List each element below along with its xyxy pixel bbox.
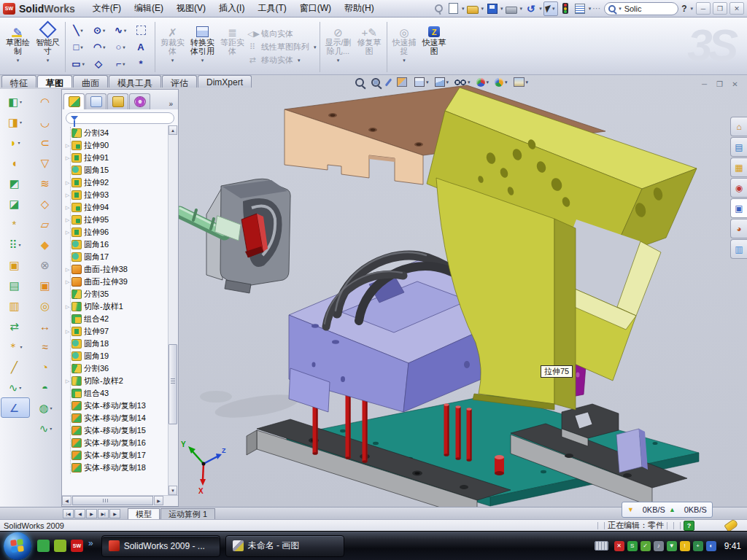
curve[interactable]: ∿▾ (1, 377, 30, 397)
tab-nav-button[interactable]: ▶ (109, 509, 120, 518)
hide-show-items[interactable]: ▾ (454, 79, 471, 85)
menu-item[interactable]: 帮助(H) (338, 0, 381, 17)
section-view[interactable] (397, 77, 409, 87)
expand-arrow-icon[interactable] (63, 155, 71, 161)
tree-item[interactable]: 拉伸90 (63, 139, 168, 152)
zoom-to-area[interactable] (371, 78, 382, 87)
expand-arrow-icon[interactable] (63, 329, 71, 335)
tree-item[interactable]: 分割34 (63, 127, 168, 139)
fillet[interactable]: ◗▾ (1, 132, 30, 152)
search-results[interactable]: ◉ (730, 178, 747, 198)
reference-geometry[interactable]: ╱ (1, 357, 30, 377)
tree-item[interactable]: 实体-移动/复制13 (63, 400, 168, 412)
measure[interactable]: ∠ (1, 397, 30, 418)
expand-arrow-icon[interactable] (63, 180, 71, 186)
menu-item[interactable]: 插入(I) (212, 0, 251, 17)
live-messenger[interactable]: ◐ (706, 541, 716, 551)
tree-item[interactable]: 拉伸93 (63, 189, 168, 201)
tree-item[interactable]: 曲面-拉伸39 (63, 276, 168, 288)
offset-entities-button[interactable]: ≣等距实 体 (217, 20, 247, 74)
tree-item[interactable]: 拉伸97 (63, 325, 168, 338)
scroll-left-button[interactable]: ◀ (62, 496, 71, 505)
antivirus-shield[interactable]: S (627, 541, 638, 551)
solidworks-shortcut[interactable]: SW (71, 540, 83, 552)
appearances-scenes[interactable]: ◕ (730, 219, 747, 238)
expand-arrow-icon[interactable] (63, 192, 71, 198)
start-button[interactable] (4, 532, 31, 560)
expand-arrow-icon[interactable] (63, 230, 71, 236)
trim-entities-button[interactable]: ✗剪裁实 体▾ (158, 20, 187, 74)
help-button[interactable]: ? (679, 4, 689, 14)
tree-item[interactable]: 拉伸96 (63, 226, 168, 238)
polygon[interactable]: ◇ (89, 55, 110, 72)
tree-item[interactable]: 圆角17 (63, 251, 168, 263)
magnified-selection[interactable] (387, 78, 392, 87)
view-settings[interactable]: ▾ (514, 77, 530, 87)
select-box[interactable] (131, 22, 152, 39)
smart-dimension-button[interactable]: 智能尺 寸▾ (33, 20, 63, 74)
surface-offset[interactable]: ≋ (31, 173, 61, 193)
expand-arrow-icon[interactable] (63, 217, 71, 223)
menu-item[interactable]: 工具(T) (251, 0, 293, 17)
property-manager[interactable] (85, 93, 107, 109)
tree-item[interactable]: 实体-移动/复制18 (63, 462, 168, 474)
revolved-cut[interactable]: ◪ (1, 193, 30, 214)
rib[interactable]: ▣ (1, 254, 30, 275)
tree-item[interactable]: 圆角16 (63, 238, 168, 251)
select-tool-button[interactable]: ◤▾ (543, 1, 558, 16)
panel-more-button[interactable]: » (165, 100, 177, 109)
revolved-boss[interactable]: ◨▾ (1, 112, 30, 132)
tree-item[interactable]: 实体-移动/复制16 (63, 437, 168, 449)
tree-item[interactable]: 拉伸92 (63, 176, 168, 189)
tree-item[interactable]: 圆角15 (63, 164, 168, 176)
flex[interactable]: ≈ (31, 336, 61, 357)
tree-item[interactable]: 拉伸94 (63, 201, 168, 214)
rapid-sketch-button[interactable]: Z快速草 图 (419, 20, 449, 74)
volume[interactable]: ♪ (654, 541, 664, 551)
solidworks-resources[interactable]: ⌂ (730, 117, 747, 136)
menu-item[interactable]: 视图(V) (170, 0, 212, 17)
media-player[interactable] (54, 540, 66, 552)
undo-button[interactable]: ↺ (524, 1, 538, 15)
featuremanager-tree[interactable] (63, 93, 85, 109)
configuration-manager[interactable] (107, 93, 128, 109)
command-tab[interactable]: 曲面 (73, 75, 108, 88)
search-box[interactable]: ▾Solic (604, 2, 678, 15)
convert-entities-button[interactable]: 转换实 体引用▾ (187, 20, 217, 74)
tree-item[interactable]: 实体-移动/复制15 (63, 424, 168, 437)
tab-nav-button[interactable]: |◀ (63, 509, 74, 518)
surface-revolve[interactable]: ◡ (31, 112, 61, 132)
delete-face[interactable]: ⊗ (31, 254, 61, 275)
replace-face[interactable]: ▣ (31, 275, 61, 295)
command-tab[interactable]: 特征 (1, 75, 36, 88)
move-entities[interactable]: ⇄移动实体▾ (247, 55, 317, 66)
tree-item[interactable]: 分割36 (63, 362, 168, 375)
doc-restore-button[interactable]: ❐ (713, 79, 726, 89)
custom-properties[interactable]: ▥ (730, 239, 747, 259)
tree-item[interactable]: 切除-放样2 (63, 375, 168, 387)
insert-part[interactable]: ＊▾ (1, 336, 30, 357)
tree-item[interactable]: 圆角18 (63, 338, 168, 350)
ellipse[interactable]: ○▾ (110, 39, 131, 55)
alert[interactable]: ! (680, 541, 690, 551)
intersect[interactable]: ◍▾ (31, 397, 61, 418)
update-badge[interactable]: ✓ (640, 541, 651, 551)
edit-appearance[interactable]: ▾ (476, 78, 490, 87)
quick-tips-button[interactable]: ? (684, 521, 694, 531)
task-button[interactable]: SolidWorks 2009 - ... (101, 535, 220, 557)
linear-sketch-pattern[interactable]: ⠿线性草图阵列▾ (247, 42, 317, 52)
circle[interactable]: ⊙▾ (89, 22, 110, 39)
display-delete-relations-button[interactable]: ⊘显示/删 除几...▾ (322, 20, 355, 74)
motion-study-tab[interactable]: 运动算例 1 (160, 508, 215, 519)
defender-shield[interactable]: + (693, 541, 703, 551)
sketch-button[interactable]: ✎草图绘 制▾ (3, 20, 33, 74)
tree-item[interactable]: 组合43 (63, 387, 168, 400)
apply-scene[interactable]: ▾ (495, 78, 508, 87)
open-file-button[interactable] (466, 1, 480, 15)
split-line[interactable]: ∿▾ (31, 418, 61, 438)
tab-nav-button[interactable]: ▶ (86, 509, 97, 518)
hscroll-thumb[interactable] (72, 496, 153, 505)
minimize-button[interactable]: ─ (696, 2, 711, 15)
quick-snaps-button[interactable]: ◎快速捕 捉▾ (390, 20, 419, 74)
wrap[interactable]: ◔ (31, 357, 61, 377)
